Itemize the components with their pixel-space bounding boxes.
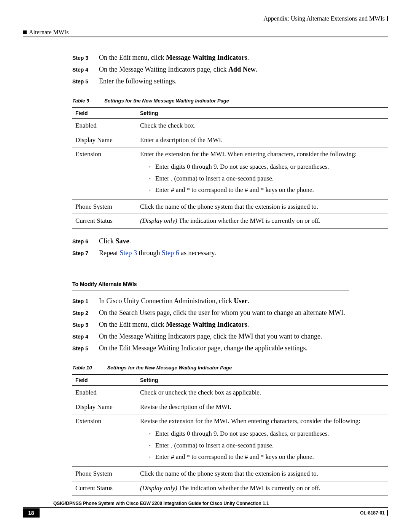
step-label: Step 3 xyxy=(72,55,99,61)
step-row: Step 3On the Edit menu, click Message Wa… xyxy=(72,320,388,330)
step-text: On the Message Waiting Indicators page, … xyxy=(99,64,257,75)
step-row: Step 2On the Search Users page, click th… xyxy=(72,308,388,318)
table10: Field Setting Enabled Check or uncheck t… xyxy=(72,374,388,495)
step-label: Step 5 xyxy=(72,345,99,351)
step-label: Step 4 xyxy=(72,334,99,340)
step-7: Step 7 Repeat Step 3 through Step 6 as n… xyxy=(72,248,388,258)
step-row: Step 1In Cisco Unity Connection Administ… xyxy=(72,296,388,306)
step-text: In Cisco Unity Connection Administration… xyxy=(99,296,249,306)
appendix-title: Appendix: Using Alternate Extensions and… xyxy=(263,15,385,22)
th-field: Field xyxy=(72,375,137,386)
step-label: Step 1 xyxy=(72,298,99,304)
step-6: Step 6 Click Save. xyxy=(72,236,388,246)
th-setting: Setting xyxy=(137,108,388,119)
page-number: 18 xyxy=(23,508,40,518)
step-row: Step 3On the Edit menu, click Message Wa… xyxy=(72,53,388,63)
header-rule xyxy=(23,37,388,37)
step-row: Step 4On the Message Waiting Indicators … xyxy=(72,64,388,75)
table-row: Current Status (Display only) The indica… xyxy=(72,214,388,228)
th-setting: Setting xyxy=(137,375,388,386)
step-label: Step 2 xyxy=(72,310,99,316)
table-row: Extension Enter the extension for the MW… xyxy=(72,147,388,200)
section-rule xyxy=(72,290,349,291)
table-row: Phone System Click the name of the phone… xyxy=(72,200,388,214)
doc-id: OL-8187-01 xyxy=(360,510,388,516)
th-field: Field xyxy=(72,108,137,119)
table-row: Enabled Check the check box. xyxy=(72,119,388,133)
step-text: Enter the following settings. xyxy=(99,76,177,86)
link-step6[interactable]: Step 6 xyxy=(162,249,179,257)
step-label: Step 3 xyxy=(72,322,99,328)
step-text: On the Edit Message Waiting Indicator pa… xyxy=(99,343,307,353)
table-row: Display Name Revise the description of t… xyxy=(72,400,388,414)
table-row: Extension Revise the extension for the M… xyxy=(72,414,388,467)
divider-bar-icon xyxy=(387,510,388,516)
step-text: On the Search Users page, click the user… xyxy=(99,308,345,318)
step-text: On the Edit menu, click Message Waiting … xyxy=(99,53,249,63)
section-heading: To Modify Alternate MWIs xyxy=(72,281,388,287)
square-icon xyxy=(23,30,27,34)
step-text: On the Message Waiting Indicators page, … xyxy=(99,331,322,342)
step-row: Step 5On the Edit Message Waiting Indica… xyxy=(72,343,388,353)
table-row: Display Name Enter a description of the … xyxy=(72,133,388,147)
step-row: Step 4On the Message Waiting Indicators … xyxy=(72,331,388,342)
section-title: Alternate MWIs xyxy=(29,29,68,36)
step-row: Step 5Enter the following settings. xyxy=(72,76,388,86)
footer: QSIG/DPNSS Phone System with Cisco EGW 2… xyxy=(23,501,388,518)
table-row: Current Status (Display only) The indica… xyxy=(72,481,388,495)
table9-caption: Table 9Settings for the New Message Wait… xyxy=(72,98,388,104)
table10-caption: Table 10Settings for the New Message Wai… xyxy=(72,365,388,371)
table-row: Enabled Check or uncheck the check box a… xyxy=(72,386,388,400)
step-label: Step 5 xyxy=(72,78,99,85)
divider-bar-icon xyxy=(387,16,388,21)
footer-title: QSIG/DPNSS Phone System with Cisco EGW 2… xyxy=(23,501,388,508)
table9: Field Setting Enabled Check the check bo… xyxy=(72,107,388,228)
step-text: On the Edit menu, click Message Waiting … xyxy=(99,320,249,330)
step-label: Step 4 xyxy=(72,67,99,73)
link-step3[interactable]: Step 3 xyxy=(119,249,137,257)
table-row: Phone System Click the name of the phone… xyxy=(72,466,388,481)
